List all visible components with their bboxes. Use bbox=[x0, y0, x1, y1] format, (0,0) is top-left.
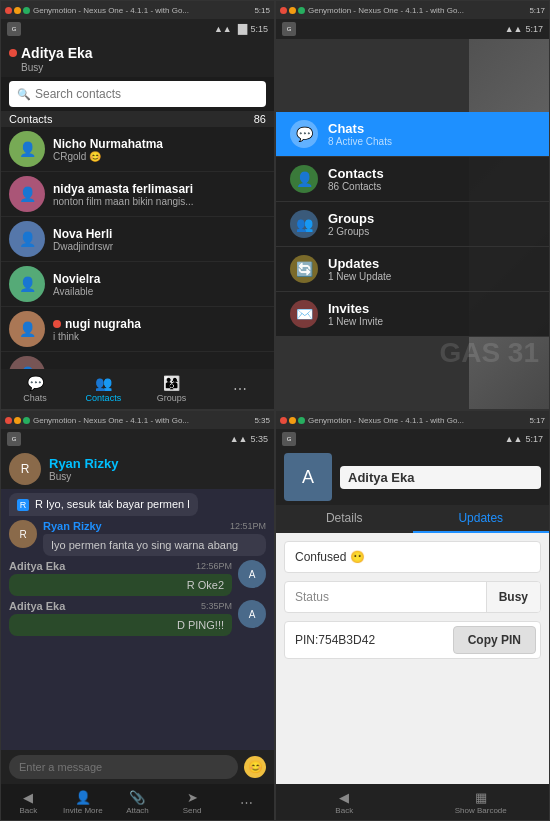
nav-more-3[interactable]: ⋯ bbox=[219, 795, 274, 810]
status-bar-3: G ▲▲ 5:35 bbox=[1, 429, 274, 449]
nav-label-groups: Groups bbox=[157, 393, 187, 403]
menu-invites-text: Invites 1 New Invite bbox=[328, 301, 535, 327]
nav-attach-3[interactable]: 📎 Attach bbox=[110, 790, 165, 815]
search-icon-1: 🔍 bbox=[17, 88, 31, 101]
contact-info-4: Novielra Available bbox=[53, 272, 266, 297]
incoming-msg-text: R Iyo, sesuk tak bayar permen l bbox=[35, 498, 190, 510]
nav-send-3[interactable]: ➤ Send bbox=[165, 790, 220, 815]
status-bar-right-2: ▲▲ 5:17 bbox=[505, 24, 543, 34]
max-dot-3[interactable] bbox=[23, 417, 30, 424]
contact-sub-4: Available bbox=[53, 286, 266, 297]
nav-chats-1[interactable]: 💬 Chats bbox=[1, 375, 69, 403]
menu-contacts-icon: 👤 bbox=[290, 165, 318, 193]
menu-item-invites[interactable]: ✉️ Invites 1 New Invite bbox=[276, 292, 549, 337]
wifi-icon-2: ▲▲ bbox=[505, 24, 523, 34]
screen4-profile: Genymotion - Nexus One - 4.1.1 - with Go… bbox=[275, 410, 550, 821]
nav-contacts-1[interactable]: 👥 Contacts bbox=[69, 375, 137, 403]
tab-details[interactable]: Details bbox=[276, 505, 413, 533]
wifi-icon-4: ▲▲ bbox=[505, 434, 523, 444]
mood-field: Confused 😶 bbox=[284, 541, 541, 573]
nav-back-label-4: Back bbox=[335, 806, 353, 815]
search-input[interactable] bbox=[35, 87, 258, 101]
titlebar-time-1: 5:15 bbox=[254, 6, 270, 15]
max-dot-1[interactable] bbox=[23, 7, 30, 14]
menu-groups-text: Groups 2 Groups bbox=[328, 211, 535, 237]
contact-info-2: nidya amasta ferlimasari nonton film maa… bbox=[53, 182, 266, 207]
message-input[interactable] bbox=[9, 755, 238, 779]
status-bar-1: G ▲▲ ▐█ 5:15 bbox=[1, 19, 274, 39]
contact-name-4: Novielra bbox=[53, 272, 266, 286]
menu-item-contacts[interactable]: 👤 Contacts 86 Contacts bbox=[276, 157, 549, 202]
close-dot-4[interactable] bbox=[280, 417, 287, 424]
emoji-button[interactable]: 😊 bbox=[244, 756, 266, 778]
nav-invite-3[interactable]: 👤 Invite More bbox=[56, 790, 111, 815]
avatar-6: 👤 bbox=[9, 356, 45, 369]
battery-icon-1: ▐█ bbox=[235, 24, 248, 34]
status-bar-left-1: G bbox=[7, 22, 21, 36]
incoming-text: R R Iyo, sesuk tak bayar permen l bbox=[17, 498, 190, 511]
contact-item-1[interactable]: 👤 Nicho Nurmahatma CRgold 😊 bbox=[1, 127, 274, 172]
close-dot-1[interactable] bbox=[5, 7, 12, 14]
window-controls-1 bbox=[5, 7, 30, 14]
min-dot-4[interactable] bbox=[289, 417, 296, 424]
contacts-icon-1: 👥 bbox=[95, 375, 112, 391]
min-dot-3[interactable] bbox=[14, 417, 21, 424]
tab-updates[interactable]: Updates bbox=[413, 505, 550, 533]
min-dot-1[interactable] bbox=[14, 7, 21, 14]
contact-item-3[interactable]: 👤 Nova Herli Dwadjindrswr bbox=[1, 217, 274, 262]
contacts-header: Contacts 86 bbox=[1, 111, 274, 127]
menu-updates-sublabel: 1 New Update bbox=[328, 271, 535, 282]
time-display-4: 5:17 bbox=[525, 434, 543, 444]
wifi-icon-1: ▲▲ bbox=[214, 24, 232, 34]
screen2-menu: Genymotion - Nexus One - 4.1.1 - with Go… bbox=[275, 0, 550, 410]
msg-avatar-3: A bbox=[238, 600, 266, 628]
nav-attach-label: Attach bbox=[126, 806, 149, 815]
status-bar-left-3: G bbox=[7, 432, 21, 446]
menu-item-chats[interactable]: 💬 Chats 8 Active Chats bbox=[276, 112, 549, 157]
contact-item-6[interactable]: 👤 Obed Kezio bbox=[1, 352, 274, 369]
avatar-4: 👤 bbox=[9, 266, 45, 302]
msg-content-1: Ryan Rizky 12:51PM Iyo permen fanta yo s… bbox=[43, 520, 266, 556]
msg-content-3: Aditya Eka 5:35PM D PING!!! bbox=[9, 600, 232, 636]
invite-icon-3: 👤 bbox=[75, 790, 91, 805]
more-icon-1: ⋯ bbox=[233, 381, 247, 397]
menu-item-groups[interactable]: 👥 Groups 2 Groups bbox=[276, 202, 549, 247]
nav-more-1[interactable]: ⋯ bbox=[206, 381, 274, 397]
search-bar-1[interactable]: 🔍 bbox=[9, 81, 266, 107]
menu-groups-sublabel: 2 Groups bbox=[328, 226, 535, 237]
msg-bubble-3: D PING!!! bbox=[9, 614, 232, 636]
nav-barcode-4[interactable]: ▦ Show Barcode bbox=[413, 790, 550, 815]
profile-name-box: Aditya Eka bbox=[340, 466, 541, 489]
copy-pin-button[interactable]: Copy PIN bbox=[453, 626, 536, 654]
chat-avatar-3: R bbox=[9, 453, 41, 485]
contact-item-2[interactable]: 👤 nidya amasta ferlimasari nonton film m… bbox=[1, 172, 274, 217]
contact-name-3: Nova Herli bbox=[53, 227, 266, 241]
window-controls-4 bbox=[280, 417, 305, 424]
avatar-5: 👤 bbox=[9, 311, 45, 347]
gps-icon-2: G bbox=[282, 22, 296, 36]
nav-back-4[interactable]: ◀ Back bbox=[276, 790, 413, 815]
nav-back-3[interactable]: ◀ Back bbox=[1, 790, 56, 815]
menu-chats-sublabel: 8 Active Chats bbox=[328, 136, 535, 147]
titlebar-left-2: Genymotion - Nexus One - 4.1.1 - with Go… bbox=[280, 6, 464, 15]
msg-avatar-1: R bbox=[9, 520, 37, 548]
tab-details-label: Details bbox=[326, 511, 363, 525]
status-bar-right-4: ▲▲ 5:17 bbox=[505, 434, 543, 444]
contact-item-4[interactable]: 👤 Novielra Available bbox=[1, 262, 274, 307]
header-status-1: Busy bbox=[21, 62, 266, 73]
incoming-bubble: R R Iyo, sesuk tak bayar permen l bbox=[9, 493, 198, 516]
status-bar-2: G ▲▲ 5:17 bbox=[276, 19, 549, 39]
close-dot-3[interactable] bbox=[5, 417, 12, 424]
min-dot-2[interactable] bbox=[289, 7, 296, 14]
back-icon-3: ◀ bbox=[23, 790, 33, 805]
barcode-icon-4: ▦ bbox=[475, 790, 487, 805]
contact-item-5[interactable]: 👤 nugi nugraha i think bbox=[1, 307, 274, 352]
close-dot-2[interactable] bbox=[280, 7, 287, 14]
max-dot-2[interactable] bbox=[298, 7, 305, 14]
max-dot-4[interactable] bbox=[298, 417, 305, 424]
menu-item-updates[interactable]: 🔄 Updates 1 New Update bbox=[276, 247, 549, 292]
titlebar-title-1: Genymotion - Nexus One - 4.1.1 - with Go… bbox=[33, 6, 189, 15]
menu-invites-label: Invites bbox=[328, 301, 535, 316]
nav-groups-1[interactable]: 👨‍👩‍👦 Groups bbox=[138, 375, 206, 403]
msg-icon-in: R bbox=[17, 499, 29, 511]
